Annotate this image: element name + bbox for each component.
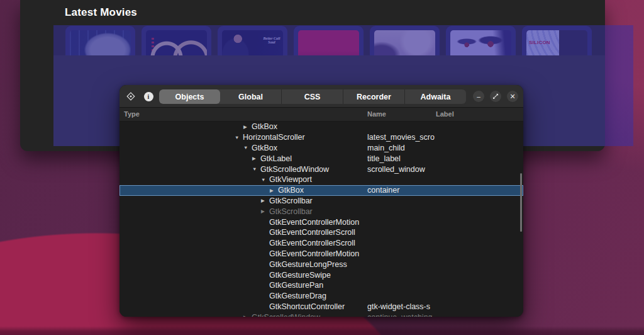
object-type: GtkGestureDrag — [269, 292, 326, 300]
object-type: GtkLabel — [260, 154, 292, 163]
tree-row[interactable]: ▼GtkScrolledWindowscrolled_window — [119, 164, 523, 174]
tree-row[interactable]: ▶GtkLabeltitle_label — [119, 153, 523, 164]
object-type: GtkGestureLongPress — [269, 260, 347, 269]
expander-icon[interactable]: ▶ — [243, 314, 250, 317]
column-header-type[interactable]: Type — [124, 110, 140, 118]
maximize-button[interactable] — [490, 91, 501, 102]
object-type: GtkEventControllerScroll — [269, 239, 355, 247]
tree-row[interactable]: ▼GtkViewport — [119, 174, 523, 185]
object-name: title_label — [367, 154, 401, 163]
tree-row[interactable]: GtkShortcutControllergtk-widget-class-s — [119, 302, 523, 312]
tree-row[interactable]: ▼GtkBoxmain_child — [119, 143, 523, 154]
inspect-element-picker-button[interactable] — [125, 90, 137, 103]
tree-row[interactable]: GtkEventControllerScroll — [119, 227, 523, 238]
info-icon: i — [144, 92, 153, 101]
object-name: container — [367, 186, 399, 195]
tab-recorder[interactable]: Recorder — [343, 89, 405, 104]
tree-row[interactable]: GtkGestureSwipe — [119, 270, 523, 280]
info-button[interactable]: i — [142, 90, 155, 103]
maximize-icon — [492, 93, 499, 99]
object-type: GtkScrolledWindow — [252, 313, 320, 317]
column-header-label[interactable]: Label — [436, 110, 454, 118]
object-type: GtkBox — [278, 186, 304, 195]
object-type: GtkBox — [252, 122, 277, 131]
column-header-name[interactable]: Name — [367, 110, 386, 118]
object-name: latest_movies_scro — [367, 133, 435, 142]
tree-row[interactable]: GtkEventControllerMotion — [119, 249, 523, 259]
minimize-icon: – — [477, 93, 480, 100]
object-type: GtkScrollbar — [269, 207, 313, 216]
close-icon: ✕ — [509, 93, 515, 101]
tree-row[interactable]: ▶GtkBoxcontainer — [119, 185, 523, 196]
tab-adwaita[interactable]: Adwaita — [405, 89, 466, 104]
desktop: Latest Movies Better Call SaulSILICON i … — [0, 0, 644, 335]
object-type: GtkScrollbar — [269, 196, 313, 205]
tree-row[interactable]: ▶GtkScrolledWindowcontinue_watching — [119, 312, 523, 317]
object-tree: ▶GtkBox▼HorizontalScrollerlatest_movies_… — [119, 122, 523, 317]
crosshair-picker-icon — [126, 91, 136, 101]
tree-row[interactable]: GtkGestureDrag — [119, 291, 523, 302]
expander-icon[interactable]: ▼ — [243, 145, 250, 150]
expander-icon[interactable]: ▶ — [252, 156, 258, 161]
close-button[interactable]: ✕ — [507, 91, 518, 102]
object-type: GtkBox — [252, 144, 277, 152]
inspector-headerbar: i ObjectsGlobalCSSRecorderAdwaita – ✕ — [119, 85, 523, 108]
expander-icon[interactable]: ▶ — [270, 188, 276, 193]
tree-row[interactable]: ▶GtkScrollbar — [119, 196, 523, 207]
expander-icon[interactable]: ▼ — [252, 166, 258, 172]
expander-icon[interactable]: ▼ — [235, 135, 241, 140]
object-type: GtkGestureSwipe — [269, 271, 331, 280]
tree-row[interactable]: ▶GtkScrollbar — [119, 206, 523, 217]
expander-icon[interactable]: ▶ — [243, 124, 250, 130]
object-type: GtkGesturePan — [269, 281, 323, 290]
object-name: continue_watching — [367, 313, 433, 317]
tree-row[interactable]: ▶GtkBox — [119, 122, 523, 132]
object-type: GtkScrolledWindow — [260, 165, 329, 174]
object-type: GtkEventControllerMotion — [269, 249, 359, 258]
tree-row[interactable]: GtkEventControllerScroll — [119, 238, 523, 249]
tree-column-header: Type Name Label — [119, 108, 523, 122]
expander-icon[interactable]: ▶ — [261, 198, 267, 203]
inspector-window: i ObjectsGlobalCSSRecorderAdwaita – ✕ Ty… — [119, 85, 523, 317]
object-name: scrolled_window — [367, 165, 425, 174]
tab-global[interactable]: Global — [220, 89, 282, 104]
object-name: gtk-widget-class-s — [367, 302, 430, 311]
inspector-tabs: ObjectsGlobalCSSRecorderAdwaita — [159, 89, 466, 104]
tab-css[interactable]: CSS — [282, 89, 343, 104]
tree-scrollbar[interactable] — [520, 173, 522, 232]
expander-icon[interactable]: ▶ — [261, 208, 267, 214]
tree-row[interactable]: ▼HorizontalScrollerlatest_movies_scro — [119, 132, 523, 143]
tree-row[interactable]: GtkEventControllerMotion — [119, 217, 523, 227]
object-type: GtkEventControllerMotion — [269, 218, 359, 227]
object-name: main_child — [367, 144, 405, 152]
tab-objects[interactable]: Objects — [159, 89, 220, 104]
object-type: GtkShortcutController — [269, 302, 345, 311]
section-title: Latest Movies — [65, 6, 137, 19]
object-type: HorizontalScroller — [243, 133, 305, 142]
minimize-button[interactable]: – — [473, 91, 484, 102]
tree-row[interactable]: GtkGestureLongPress — [119, 259, 523, 270]
expander-icon[interactable]: ▼ — [261, 177, 267, 183]
object-type: GtkEventControllerScroll — [269, 228, 355, 237]
object-type: GtkViewport — [269, 175, 312, 184]
tree-row[interactable]: GtkGesturePan — [119, 280, 523, 291]
